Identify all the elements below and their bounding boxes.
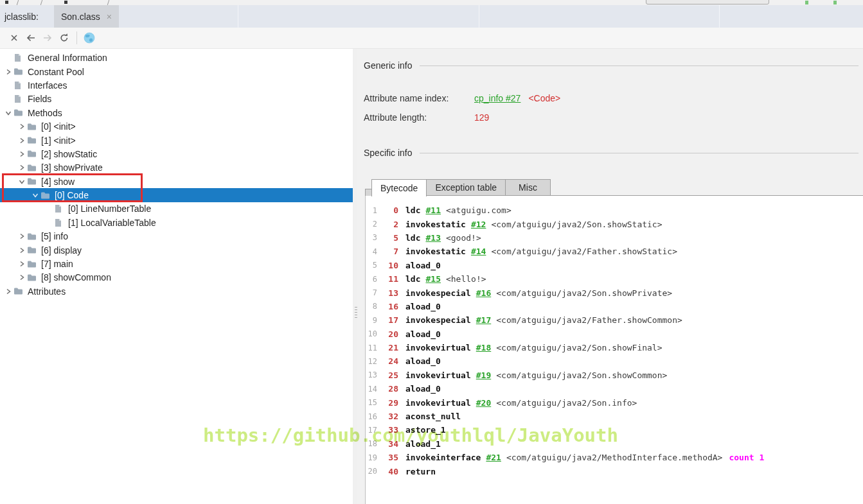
chevron-right-icon[interactable] xyxy=(16,274,27,281)
folder-icon xyxy=(27,164,37,172)
chevron-right-icon[interactable] xyxy=(3,288,13,295)
status-icon xyxy=(805,1,808,4)
folder-icon xyxy=(27,136,37,144)
tree-item-label: [1] LocalVariableTable xyxy=(68,218,156,228)
constant-pool-link[interactable]: #15 xyxy=(425,274,440,284)
tree-item-0-code[interactable]: [0] Code xyxy=(0,188,353,202)
back-icon[interactable] xyxy=(22,30,39,46)
globe-icon[interactable] xyxy=(81,30,98,46)
constant-pool-link[interactable]: #21 xyxy=(486,453,501,462)
bytecode-line: 1020aload_0 xyxy=(366,327,863,341)
constant-pool-link[interactable]: #14 xyxy=(471,247,486,256)
cutoff-glyph xyxy=(17,0,19,5)
operand: <hello!> xyxy=(446,274,486,284)
opcode: aload_0 xyxy=(405,261,441,270)
chevron-right-icon[interactable] xyxy=(16,260,27,268)
tab-separator xyxy=(238,5,238,28)
constant-pool-link[interactable]: #16 xyxy=(476,288,491,298)
bytecode-line: 1834aload_1 xyxy=(366,437,863,451)
class-tree: General InformationConstant PoolInterfac… xyxy=(0,49,353,504)
chevron-down-icon[interactable] xyxy=(3,109,13,117)
byte-offset: 21 xyxy=(382,343,398,352)
operand: <atguigu.com> xyxy=(446,205,512,215)
tree-item-0-init[interactable]: [0] <init> xyxy=(0,119,353,133)
constant-pool-link[interactable]: #17 xyxy=(476,315,491,325)
tab-bytecode[interactable]: Bytecode xyxy=(371,179,427,196)
line-number: 17 xyxy=(366,426,377,435)
tree-item-1-init[interactable]: [1] <init> xyxy=(0,134,353,147)
attribute-detail-panel: Generic info Attribute name index: cp_in… xyxy=(357,49,863,504)
tree-item-methods[interactable]: Methods xyxy=(0,106,353,119)
cp-info-link[interactable]: cp_info #27 xyxy=(474,93,520,103)
bytecode-line: 1935invokeinterface#21<com/atguigu/java2… xyxy=(366,451,863,464)
forward-icon[interactable] xyxy=(39,30,56,46)
attribute-name-index-row: Attribute name index: cp_info #27 <Code> xyxy=(364,92,560,103)
tree-item-attributes[interactable]: Attributes xyxy=(0,284,353,298)
chevron-right-icon[interactable] xyxy=(16,232,27,240)
tree-item-label: Constant Pool xyxy=(28,67,84,77)
tab-exception-table[interactable]: Exception table xyxy=(426,179,506,196)
invoke-count-label: count 1 xyxy=(729,453,764,462)
tree-item-2-showstatic[interactable]: [2] showStatic xyxy=(0,147,353,161)
tree-item-6-display[interactable]: [6] display xyxy=(0,243,353,257)
tree-item-0-linenumbertable[interactable]: [0] LineNumberTable xyxy=(0,202,353,216)
tab-close-icon[interactable]: × xyxy=(107,12,112,21)
tree-item-label: Fields xyxy=(28,94,51,104)
constant-pool-link[interactable]: #19 xyxy=(476,370,491,380)
constant-pool-link[interactable]: #18 xyxy=(476,343,491,352)
chevron-right-icon[interactable] xyxy=(16,150,27,158)
byte-offset: 20 xyxy=(382,329,398,339)
tree-item-fields[interactable]: Fields xyxy=(0,92,353,106)
chevron-right-icon[interactable] xyxy=(16,247,27,254)
constant-pool-link[interactable]: #20 xyxy=(476,398,491,408)
tree-item-label: Methods xyxy=(28,108,62,118)
refresh-icon[interactable] xyxy=(56,30,73,46)
chevron-right-icon[interactable] xyxy=(3,68,13,76)
close-icon[interactable] xyxy=(6,30,22,46)
operand: <good!> xyxy=(446,233,481,243)
file-tab-son-class[interactable]: Son.class × xyxy=(54,5,119,28)
bytecode-line: 1224aload_0 xyxy=(366,354,863,368)
opcode: ldc xyxy=(405,233,420,243)
opcode: aload_0 xyxy=(405,384,441,394)
tree-item-7-main[interactable]: [7] main xyxy=(0,257,353,270)
document-icon xyxy=(54,218,64,227)
tree-item-interfaces[interactable]: Interfaces xyxy=(0,78,353,92)
bytecode-line: 2040return xyxy=(366,464,863,478)
attribute-length-row: Attribute length: 129 xyxy=(364,112,489,123)
opcode: aload_1 xyxy=(405,439,441,449)
chevron-right-icon[interactable] xyxy=(16,164,27,171)
tree-item-constant-pool[interactable]: Constant Pool xyxy=(0,65,353,78)
chevron-down-icon[interactable] xyxy=(16,178,27,186)
section-divider xyxy=(420,153,859,153)
chevron-right-icon[interactable] xyxy=(16,123,27,130)
constant-pool-link[interactable]: #13 xyxy=(425,233,440,243)
tree-item-general-information[interactable]: General Information xyxy=(0,51,353,65)
chevron-down-icon[interactable] xyxy=(30,191,40,199)
line-number: 12 xyxy=(366,357,377,366)
line-number: 4 xyxy=(366,247,377,256)
tree-item-4-show[interactable]: [4] show xyxy=(0,175,353,188)
constant-pool-link[interactable]: #11 xyxy=(425,205,440,215)
opcode: aload_0 xyxy=(405,302,441,311)
tree-item-1-localvariabletable[interactable]: [1] LocalVariableTable xyxy=(0,216,353,229)
opcode: aload_0 xyxy=(405,356,441,366)
bytecode-line: 713invokespecial#16<com/atguigu/java2/So… xyxy=(366,286,863,299)
constant-pool-link[interactable]: #12 xyxy=(471,220,486,229)
line-number: 6 xyxy=(366,275,377,284)
line-number: 5 xyxy=(366,261,377,270)
tree-item-5-info[interactable]: [5] info xyxy=(0,230,353,243)
search-input[interactable] xyxy=(646,0,769,4)
document-icon xyxy=(13,94,24,103)
chevron-right-icon[interactable] xyxy=(16,137,27,144)
folder-icon xyxy=(40,191,51,200)
opcode: invokevirtual xyxy=(405,398,471,408)
byte-offset: 34 xyxy=(382,439,398,449)
byte-offset: 29 xyxy=(382,398,398,408)
tree-item-3-showprivate[interactable]: [3] showPrivate xyxy=(0,161,353,175)
attribute-type-value: <Code> xyxy=(528,93,560,103)
document-icon xyxy=(13,81,24,90)
tree-item-8-showcommon[interactable]: [8] showCommon xyxy=(0,271,353,284)
tab-misc[interactable]: Misc xyxy=(505,179,551,196)
operand: <com/atguigu/java2/Son.showFinal> xyxy=(496,343,662,352)
